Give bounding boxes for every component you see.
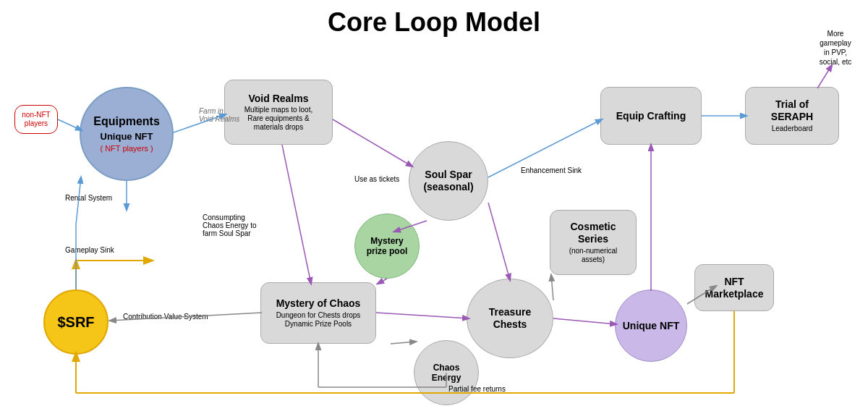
svg-line-15 (391, 342, 416, 344)
svg-line-9 (376, 313, 469, 318)
node-chaos-energy: Chaos Energy (414, 340, 479, 405)
node-mystery-chaos: Mystery of Chaos Dungeon for Chests drop… (260, 282, 376, 344)
svg-line-8 (378, 279, 387, 284)
svg-line-0 (58, 119, 82, 130)
node-treasure-chests: Treasure Chests (467, 279, 553, 358)
node-trial: Trial of SERAPH Leaderboard (745, 87, 839, 145)
svg-line-23 (76, 177, 81, 224)
svg-line-2 (333, 119, 412, 166)
node-nft-marketplace: NFT Marketplace (694, 264, 774, 311)
svg-line-5 (817, 65, 832, 88)
svg-line-3 (488, 119, 602, 177)
node-srf: $SRF (43, 289, 109, 355)
node-soul-spar: Soul Spar (seasonal) (409, 141, 488, 221)
node-unique-nft: Unique NFT (615, 289, 687, 362)
more-gameplay-note: More gameplay in PVP, social, etc (807, 29, 864, 67)
label-consuming-chaos: Consumpting Chaos Energy to farm Soul Sp… (203, 213, 257, 237)
svg-line-10 (553, 318, 616, 324)
label-enhancement-sink: Enhancement Sink (521, 166, 582, 174)
svg-line-7 (282, 145, 311, 284)
node-cosmetic: Cosmetic Series (non-numerical assets) (550, 210, 637, 275)
label-gameplay-sink: Gameplay Sink (65, 246, 114, 254)
node-equipments: Equipments Unique NFT ( NFT players ) (80, 87, 174, 181)
label-contribution: Contribution Value System (123, 313, 208, 321)
page-title: Core Loop Model (0, 0, 868, 38)
node-equip-crafting: Equip Crafting (600, 87, 702, 145)
node-void-realms: Void Realms Multiple maps to loot, Rare … (224, 80, 333, 145)
svg-line-14 (488, 203, 510, 280)
svg-line-24 (110, 313, 262, 321)
node-mystery-pool: Mystery prize pool (354, 213, 420, 279)
label-rental-system: Rental System (65, 194, 112, 202)
svg-line-1 (174, 114, 226, 132)
label-use-tickets: Use as tickets (354, 175, 399, 183)
node-non-nft: non-NFT players (14, 105, 58, 134)
svg-line-13 (551, 275, 553, 300)
